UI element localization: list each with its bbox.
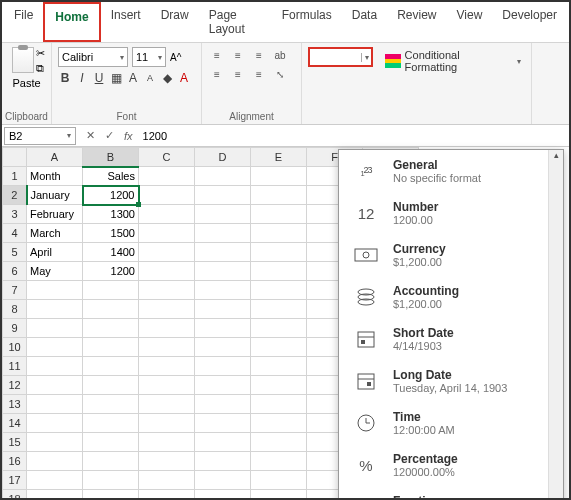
cell-D2[interactable]: [195, 186, 251, 205]
row-header-2[interactable]: 2: [3, 186, 27, 205]
fx-icon[interactable]: fx: [124, 130, 133, 142]
align-left-icon[interactable]: ≡: [208, 66, 226, 82]
select-all-corner[interactable]: [3, 148, 27, 167]
cell-C15[interactable]: [139, 433, 195, 452]
cell-A16[interactable]: [27, 452, 83, 471]
cell-D4[interactable]: [195, 224, 251, 243]
cell-B12[interactable]: [83, 376, 139, 395]
align-right-icon[interactable]: ≡: [250, 66, 268, 82]
cell-D10[interactable]: [195, 338, 251, 357]
format-option-long-date[interactable]: Long DateTuesday, April 14, 1903: [339, 360, 563, 402]
cell-B8[interactable]: [83, 300, 139, 319]
cell-A9[interactable]: [27, 319, 83, 338]
format-option-percentage[interactable]: %Percentage120000.00%: [339, 444, 563, 486]
format-option-fraction[interactable]: 12Fraction1200: [339, 486, 563, 500]
row-header-3[interactable]: 3: [3, 205, 27, 224]
merge-icon[interactable]: ⤡: [271, 66, 289, 82]
increase-font-button[interactable]: A: [126, 71, 140, 85]
formula-input[interactable]: 1200: [143, 130, 167, 142]
cell-D6[interactable]: [195, 262, 251, 281]
cell-A12[interactable]: [27, 376, 83, 395]
font-size-select[interactable]: 11▾: [132, 47, 166, 67]
cell-C18[interactable]: [139, 490, 195, 501]
wrap-text-icon[interactable]: ab: [271, 47, 289, 63]
conditional-formatting-button[interactable]: Conditional Formatting ▾: [381, 47, 525, 75]
cell-D9[interactable]: [195, 319, 251, 338]
row-header-14[interactable]: 14: [3, 414, 27, 433]
font-name-select[interactable]: Calibri▾: [58, 47, 128, 67]
cell-D5[interactable]: [195, 243, 251, 262]
cell-A15[interactable]: [27, 433, 83, 452]
italic-button[interactable]: I: [75, 71, 89, 85]
col-header-B[interactable]: B: [83, 148, 139, 167]
cut-icon[interactable]: ✂: [36, 47, 45, 60]
align-center-icon[interactable]: ≡: [229, 66, 247, 82]
font-color-button[interactable]: A: [177, 71, 191, 85]
cell-C17[interactable]: [139, 471, 195, 490]
cell-C7[interactable]: [139, 281, 195, 300]
align-top-icon[interactable]: ≡: [208, 47, 226, 63]
row-header-17[interactable]: 17: [3, 471, 27, 490]
cell-B14[interactable]: [83, 414, 139, 433]
cell-B9[interactable]: [83, 319, 139, 338]
row-header-11[interactable]: 11: [3, 357, 27, 376]
cell-E14[interactable]: [251, 414, 307, 433]
cell-B10[interactable]: [83, 338, 139, 357]
border-button[interactable]: ▦: [109, 71, 123, 85]
cell-C4[interactable]: [139, 224, 195, 243]
row-header-8[interactable]: 8: [3, 300, 27, 319]
cell-B1[interactable]: Sales: [83, 167, 139, 186]
cell-B11[interactable]: [83, 357, 139, 376]
align-middle-icon[interactable]: ≡: [229, 47, 247, 63]
cell-C16[interactable]: [139, 452, 195, 471]
cell-C13[interactable]: [139, 395, 195, 414]
tab-data[interactable]: Data: [342, 2, 387, 42]
cell-C8[interactable]: [139, 300, 195, 319]
tab-insert[interactable]: Insert: [101, 2, 151, 42]
format-option-number[interactable]: 12Number1200.00: [339, 192, 563, 234]
cell-C2[interactable]: [139, 186, 195, 205]
cell-C14[interactable]: [139, 414, 195, 433]
cell-D7[interactable]: [195, 281, 251, 300]
cell-A7[interactable]: [27, 281, 83, 300]
tab-review[interactable]: Review: [387, 2, 446, 42]
bold-button[interactable]: B: [58, 71, 72, 85]
cell-D14[interactable]: [195, 414, 251, 433]
row-header-6[interactable]: 6: [3, 262, 27, 281]
cell-B17[interactable]: [83, 471, 139, 490]
col-header-A[interactable]: A: [27, 148, 83, 167]
cell-E18[interactable]: [251, 490, 307, 501]
cell-B2[interactable]: 1200: [83, 186, 139, 205]
cell-E3[interactable]: [251, 205, 307, 224]
cell-E16[interactable]: [251, 452, 307, 471]
paste-button[interactable]: ✂ ⧉ Paste: [9, 47, 45, 89]
underline-button[interactable]: U: [92, 71, 106, 85]
cell-C1[interactable]: [139, 167, 195, 186]
cell-A14[interactable]: [27, 414, 83, 433]
row-header-7[interactable]: 7: [3, 281, 27, 300]
cell-B6[interactable]: 1200: [83, 262, 139, 281]
cell-D17[interactable]: [195, 471, 251, 490]
cell-E8[interactable]: [251, 300, 307, 319]
cell-E13[interactable]: [251, 395, 307, 414]
cell-B7[interactable]: [83, 281, 139, 300]
tab-page-layout[interactable]: Page Layout: [199, 2, 272, 42]
fill-color-button[interactable]: ◆: [160, 71, 174, 85]
cell-E4[interactable]: [251, 224, 307, 243]
cell-E5[interactable]: [251, 243, 307, 262]
tab-view[interactable]: View: [447, 2, 493, 42]
col-header-E[interactable]: E: [251, 148, 307, 167]
row-header-16[interactable]: 16: [3, 452, 27, 471]
row-header-1[interactable]: 1: [3, 167, 27, 186]
cell-B15[interactable]: [83, 433, 139, 452]
cell-B3[interactable]: 1300: [83, 205, 139, 224]
row-header-9[interactable]: 9: [3, 319, 27, 338]
row-header-12[interactable]: 12: [3, 376, 27, 395]
cell-D11[interactable]: [195, 357, 251, 376]
row-header-10[interactable]: 10: [3, 338, 27, 357]
copy-icon[interactable]: ⧉: [36, 62, 45, 75]
cell-E10[interactable]: [251, 338, 307, 357]
cell-C11[interactable]: [139, 357, 195, 376]
cell-B5[interactable]: 1400: [83, 243, 139, 262]
row-header-4[interactable]: 4: [3, 224, 27, 243]
